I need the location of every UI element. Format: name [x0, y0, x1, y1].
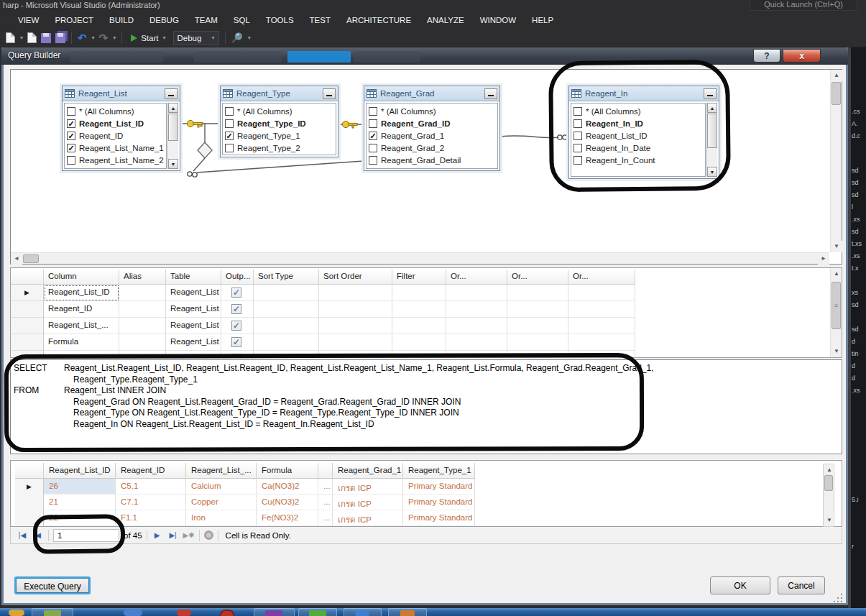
scrollbar-thumb[interactable]	[832, 82, 841, 105]
header-cell[interactable]: Outp...	[221, 270, 254, 285]
table-card-reagent-in[interactable]: Reagent_In * (All Columns) Reagent_In_ID…	[568, 86, 719, 179]
or-cell[interactable]	[568, 301, 635, 318]
header-cell[interactable]: Table	[166, 270, 221, 285]
result-cell[interactable]: เกรด ICP	[333, 495, 403, 510]
column-cell[interactable]: Reagent_ID	[44, 301, 119, 318]
column-cell[interactable]: Formula	[44, 334, 119, 351]
result-cell[interactable]: เกรด ICP	[333, 510, 403, 526]
minimize-icon[interactable]	[484, 88, 497, 99]
field-row[interactable]: * (All Columns)	[223, 105, 336, 117]
menu-tools[interactable]: TOOLS	[258, 13, 302, 27]
output-cell[interactable]: ✓	[221, 334, 254, 351]
field-checkbox[interactable]	[225, 144, 234, 152]
output-cell[interactable]: ✓	[221, 301, 254, 318]
result-cell[interactable]: Iron	[186, 510, 257, 526]
minimize-icon[interactable]	[165, 88, 178, 99]
field-list-scrollbar[interactable]: ▲ ▼	[706, 103, 717, 177]
start-button[interactable]: Start ▾	[128, 32, 168, 44]
move-last-icon[interactable]: ▶|	[167, 531, 179, 539]
help-button[interactable]: ?	[753, 49, 780, 63]
taskbar-app-icon[interactable]	[177, 610, 191, 616]
column-cell[interactable]: Reagent_List_...	[44, 318, 119, 334]
menu-sql[interactable]: SQL	[226, 13, 258, 27]
or-cell[interactable]	[507, 318, 568, 334]
table-cell[interactable]: Reagent_List	[166, 285, 221, 301]
field-row[interactable]: Reagent_In_ID	[571, 117, 705, 129]
scrollbar-thumb[interactable]: ≡	[832, 282, 841, 329]
add-item-icon[interactable]	[27, 32, 37, 43]
field-row[interactable]: Reagent_Grad_ID	[367, 117, 497, 129]
field-row[interactable]: Reagent_In_Count	[571, 154, 705, 166]
or-cell[interactable]	[507, 334, 568, 351]
or-cell[interactable]	[507, 301, 568, 318]
header-cell[interactable]: Reagent_ID	[116, 463, 186, 479]
close-icon[interactable]: x	[783, 49, 821, 63]
record-position-input[interactable]: 1	[53, 529, 119, 542]
windows-taskbar[interactable]	[0, 608, 866, 616]
ok-button[interactable]: OK	[710, 576, 770, 594]
field-checkbox[interactable]	[67, 156, 75, 165]
result-cell[interactable]: C5.1	[116, 479, 186, 495]
result-cell[interactable]: Calcium	[186, 479, 257, 495]
header-cell[interactable]: Reagent_Grad_1	[333, 463, 403, 479]
redo-icon[interactable]: ↷	[99, 33, 109, 43]
result-row[interactable]: ▶ 26 C5.1 Calcium Ca(NO3)2 ... เกรด ICP …	[15, 479, 475, 495]
taskbar-app-icon[interactable]	[220, 610, 234, 616]
table-cell[interactable]: Reagent_List	[166, 334, 221, 351]
scroll-down-icon[interactable]: ▼	[831, 241, 842, 252]
field-row[interactable]: Reagent_Type_ID	[223, 117, 336, 129]
field-checkbox[interactable]	[574, 132, 582, 140]
output-cell[interactable]: ✓	[221, 318, 254, 334]
cancel-edit-icon[interactable]	[204, 530, 213, 540]
field-checkbox[interactable]	[574, 119, 582, 128]
header-cell[interactable]	[11, 270, 44, 285]
sort-order-cell[interactable]	[319, 351, 392, 358]
result-cell[interactable]: ...	[318, 510, 333, 526]
or-cell[interactable]	[446, 285, 507, 301]
toolbar-overflow-icon[interactable]: ▾	[248, 35, 251, 41]
header-cell[interactable]: Reagent_Type_1	[403, 463, 475, 479]
menu-test[interactable]: TEST	[302, 13, 338, 27]
quick-launch-box[interactable]: Quick Launch (Ctrl+Q)	[750, 0, 857, 11]
or-cell[interactable]	[568, 334, 635, 351]
table-card-header[interactable]: Reagent_Type	[221, 86, 338, 101]
taskbar-app-icon[interactable]	[124, 610, 142, 616]
redo-caret-icon[interactable]: ▾	[113, 35, 116, 41]
output-checkbox[interactable]: ✓	[231, 321, 241, 331]
or-cell[interactable]	[446, 351, 507, 358]
or-cell[interactable]	[568, 318, 635, 334]
minimize-icon[interactable]	[323, 88, 336, 99]
header-cell[interactable]: Filter	[392, 270, 446, 285]
field-checkbox[interactable]	[369, 107, 377, 116]
table-card-reagent-grad[interactable]: Reagent_Grad * (All Columns) Reagent_Gra…	[364, 86, 500, 171]
alias-cell[interactable]	[119, 285, 166, 301]
scrollbar-thumb[interactable]	[824, 475, 833, 491]
header-cell[interactable]: Formula	[257, 463, 318, 479]
filter-cell[interactable]	[392, 351, 446, 358]
table-cell[interactable]: Reagent_List	[166, 318, 221, 334]
header-cell[interactable]	[318, 463, 333, 479]
header-cell[interactable]: Alias	[119, 270, 166, 285]
field-row[interactable]: Reagent_Grad_2	[367, 142, 497, 154]
alias-cell[interactable]	[119, 318, 166, 334]
sort-order-cell[interactable]	[319, 301, 392, 318]
or-cell[interactable]	[446, 318, 507, 334]
field-checkbox[interactable]: ✓	[67, 144, 75, 152]
result-cell[interactable]: Cu(NO3)2	[257, 495, 318, 510]
sort-type-cell[interactable]	[254, 285, 319, 301]
result-cell[interactable]: 21	[44, 495, 116, 510]
taskbar-slot[interactable]	[344, 608, 382, 616]
scroll-up-icon[interactable]: ▲	[831, 70, 842, 81]
field-checkbox[interactable]	[574, 107, 582, 116]
move-previous-icon[interactable]: ◀	[32, 531, 44, 539]
sort-type-cell[interactable]	[254, 351, 319, 358]
header-cell[interactable]: Sort Order	[319, 270, 392, 285]
sort-type-cell[interactable]	[254, 318, 319, 334]
taskbar-slot[interactable]	[298, 608, 337, 616]
field-row[interactable]: ✓Reagent_ID	[65, 129, 166, 142]
filter-cell[interactable]	[392, 318, 446, 334]
field-checkbox[interactable]: ✓	[67, 132, 75, 140]
or-cell[interactable]	[568, 285, 635, 301]
criteria-row[interactable]: ▶ Reagent_List_ID Reagent_List ✓	[11, 285, 635, 301]
menu-window[interactable]: WINDOW	[472, 13, 524, 27]
